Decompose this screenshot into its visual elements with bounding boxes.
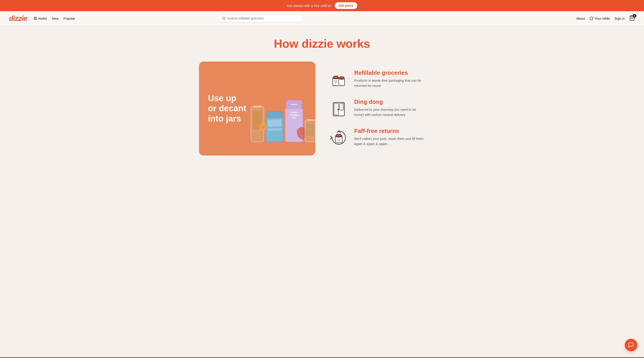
about-link[interactable]: About [576, 17, 585, 20]
header: dizzie Aisles New Popular About Your ref… [0, 11, 644, 26]
feature-faff-free-text: Faff-free returns We'll collect your pot… [354, 128, 426, 146]
logo-text: dizzie [9, 15, 27, 22]
svg-point-19 [338, 139, 338, 139]
svg-point-14 [338, 109, 339, 110]
faff-free-icon [329, 128, 349, 148]
svg-point-20 [340, 139, 340, 139]
your-refills-link[interactable]: Your refills [590, 16, 610, 20]
svg-rect-15 [340, 103, 344, 110]
bottom-border [0, 357, 644, 358]
feature-faff-free-title: Faff-free returns [354, 128, 426, 135]
svg-rect-5 [334, 76, 338, 78]
search-icon [222, 17, 226, 20]
search-input[interactable] [228, 17, 300, 20]
feature-refillable-desc: Products in waste-free packaging that ca… [354, 78, 426, 88]
cart-badge: 0 [633, 14, 636, 18]
feature-refillable-title: Refillable groceries [354, 69, 426, 76]
svg-point-7 [336, 81, 337, 82]
feature-refillable: Refillable groceries Products in waste-f… [329, 69, 445, 90]
main-nav: Aisles New Popular [34, 17, 75, 20]
chat-icon [628, 342, 634, 348]
hero-text: Use up or decant into jars [208, 93, 246, 124]
how-it-works-grid: Use up or decant into jars [199, 62, 445, 156]
feature-ding-dong-text: Ding dong Delivered to your doorstep (no… [354, 99, 426, 117]
right-nav: About Your refills Sign in 0 [576, 15, 635, 22]
feature-faff-free: Faff-free returns We'll collect your pot… [329, 128, 445, 148]
top-banner: Get started with a free refill kit Get y… [0, 0, 644, 11]
hero-image-box: Use up or decant into jars [199, 62, 315, 156]
aisles-label: Aisles [38, 17, 47, 20]
main-content: How dizzie works Use up or decant into j… [0, 26, 644, 173]
nav-new[interactable]: New [52, 17, 58, 20]
feature-ding-dong-title: Ding dong [354, 99, 426, 105]
feature-refillable-text: Refillable groceries Products in waste-f… [354, 69, 426, 88]
hero-illustration: Jumbo Porridge Oats [251, 75, 315, 142]
cart-button[interactable]: 0 [629, 15, 635, 22]
nav-popular[interactable]: Popular [64, 17, 75, 20]
hamburger-icon [34, 17, 37, 20]
sign-in-link[interactable]: Sign in [614, 17, 625, 20]
get-yours-button[interactable]: Get yours [335, 2, 357, 9]
ding-dong-icon [329, 99, 349, 119]
search-box [218, 14, 303, 22]
nav-aisles[interactable]: Aisles [34, 17, 47, 20]
your-refills-label: Your refills [594, 17, 610, 20]
features-list: Refillable groceries Products in waste-f… [329, 69, 445, 148]
feature-faff-free-desc: We'll collect your pots, wash them and f… [354, 136, 426, 146]
jar-group: Jumbo Porridge Oats [251, 100, 315, 142]
search-container [218, 14, 303, 22]
refill-icon [590, 16, 594, 20]
svg-point-6 [334, 81, 336, 82]
banner-text: Get started with a free refill kit [287, 4, 331, 8]
feature-ding-dong-desc: Delivered to your doorstep (no need to b… [354, 107, 426, 117]
svg-rect-18 [336, 134, 341, 137]
page-title: How dizzie works [18, 37, 626, 50]
logo[interactable]: dizzie [9, 15, 27, 22]
chat-button[interactable] [625, 339, 637, 351]
refillable-icon [329, 69, 349, 90]
svg-rect-11 [340, 77, 344, 79]
feature-ding-dong: Ding dong Delivered to your doorstep (no… [329, 99, 445, 119]
